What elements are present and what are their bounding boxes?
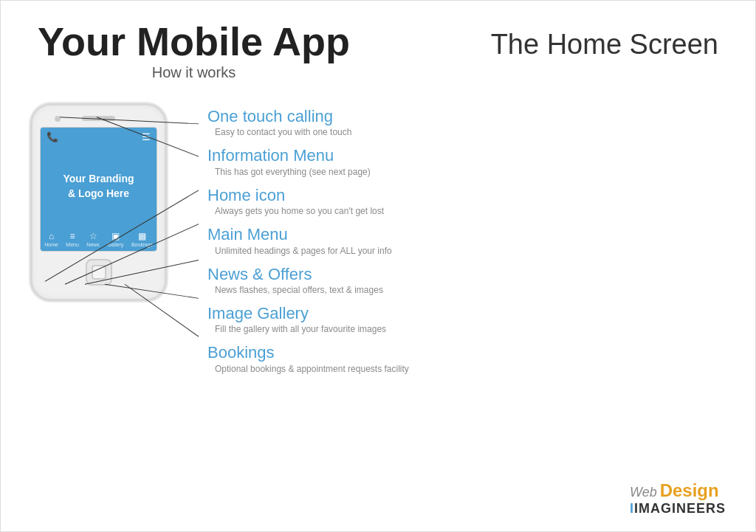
feature-title-bookings: Bookings xyxy=(207,343,409,362)
bottom-home-icon: ⌂ Home xyxy=(44,231,58,247)
news-label: News xyxy=(86,242,100,247)
gallery-label: Gallery xyxy=(107,242,123,247)
feature-image-gallery: Image Gallery Fill the gallery with all … xyxy=(207,304,409,334)
feature-main-menu: Main Menu Unlimited headings & pages for… xyxy=(207,225,409,255)
phone-camera xyxy=(55,116,61,122)
feature-one-touch: One touch calling Easy to contact you wi… xyxy=(207,107,409,137)
home-sym: ⌂ xyxy=(49,231,54,241)
feature-desc-main-menu: Unlimited headings & pages for ALL your … xyxy=(207,246,409,256)
logo-imagineers: IIMAGINEERS xyxy=(630,501,726,517)
feature-bookings: Bookings Optional bookings & appointment… xyxy=(207,343,409,373)
phone-speaker xyxy=(82,116,115,121)
main-title: Your Mobile App xyxy=(38,21,350,61)
logo-web: Web xyxy=(630,485,657,500)
screen-branding: Your Branding& Logo Here xyxy=(41,146,157,227)
logo-maginers: IMAGINEERS xyxy=(634,501,726,516)
feature-desc-bookings: Optional bookings & appointment requests… xyxy=(207,364,409,374)
feature-title-info-menu: Information Menu xyxy=(207,146,409,165)
bottom-gallery-icon: ▣ Gallery xyxy=(107,231,123,247)
features-list: One touch calling Easy to contact you wi… xyxy=(200,107,409,383)
phone-bottom xyxy=(40,259,157,286)
home-button xyxy=(86,259,112,286)
screen-topbar: 📞 ☰ xyxy=(41,128,157,146)
feature-desc-news-offers: News flashes, special offers, text & ima… xyxy=(207,285,409,295)
header: Your Mobile App How it works The Home Sc… xyxy=(1,1,755,81)
bottom-bookings-icon: ▦ Bookings xyxy=(131,231,153,247)
feature-desc-one-touch: Easy to contact you with one touch xyxy=(207,127,409,137)
feature-desc-image-gallery: Fill the gallery with all your favourite… xyxy=(207,324,409,334)
phone-mockup: 📞 ☰ Your Branding& Logo Here ⌂ Home ≡ Me… xyxy=(30,103,178,383)
call-icon: 📞 xyxy=(47,131,58,142)
phone-screen: 📞 ☰ Your Branding& Logo Here ⌂ Home ≡ Me… xyxy=(40,127,157,252)
bottom-menu-icon: ≡ Menu xyxy=(66,231,79,247)
phone-body: 📞 ☰ Your Branding& Logo Here ⌂ Home ≡ Me… xyxy=(30,103,167,301)
bottom-news-icon: ☆ News xyxy=(86,231,100,247)
home-button-inner xyxy=(92,265,106,280)
logo-area: Web Design IIMAGINEERS xyxy=(630,480,726,517)
feature-desc-home-icon: Always gets you home so you can't get lo… xyxy=(207,206,409,216)
home-label: Home xyxy=(44,242,58,247)
news-sym: ☆ xyxy=(89,231,97,241)
branding-text: Your Branding& Logo Here xyxy=(63,172,134,201)
logo-design: Design xyxy=(660,480,719,501)
feature-home-icon: Home icon Always gets you home so you ca… xyxy=(207,186,409,216)
feature-title-main-menu: Main Menu xyxy=(207,225,409,244)
menu-icon: ☰ xyxy=(142,131,151,142)
bookings-label: Bookings xyxy=(131,242,153,247)
feature-news-offers: News & Offers News flashes, special offe… xyxy=(207,265,409,295)
screen-bottombar: ⌂ Home ≡ Menu ☆ News ▣ Gallery xyxy=(41,227,157,251)
feature-title-image-gallery: Image Gallery xyxy=(207,304,409,323)
feature-desc-info-menu: This has got everything (see next page) xyxy=(207,167,409,177)
features-wrapper: One touch calling Easy to contact you wi… xyxy=(200,107,409,383)
gallery-sym: ▣ xyxy=(111,231,120,241)
feature-title-news-offers: News & Offers xyxy=(207,265,409,284)
menu-sym: ≡ xyxy=(70,231,75,241)
home-screen-title: The Home Screen xyxy=(491,21,718,61)
phone-top xyxy=(40,116,157,121)
bookings-sym: ▦ xyxy=(138,231,146,241)
main-content: 📞 ☰ Your Branding& Logo Here ⌂ Home ≡ Me… xyxy=(1,81,755,383)
title-block: Your Mobile App How it works xyxy=(38,21,350,81)
logo-text: Web Design xyxy=(630,480,726,501)
feature-title-home-icon: Home icon xyxy=(207,186,409,205)
subtitle: How it works xyxy=(38,64,350,81)
feature-info-menu: Information Menu This has got everything… xyxy=(207,146,409,176)
menu-label: Menu xyxy=(66,242,79,247)
feature-title-one-touch: One touch calling xyxy=(207,107,409,126)
